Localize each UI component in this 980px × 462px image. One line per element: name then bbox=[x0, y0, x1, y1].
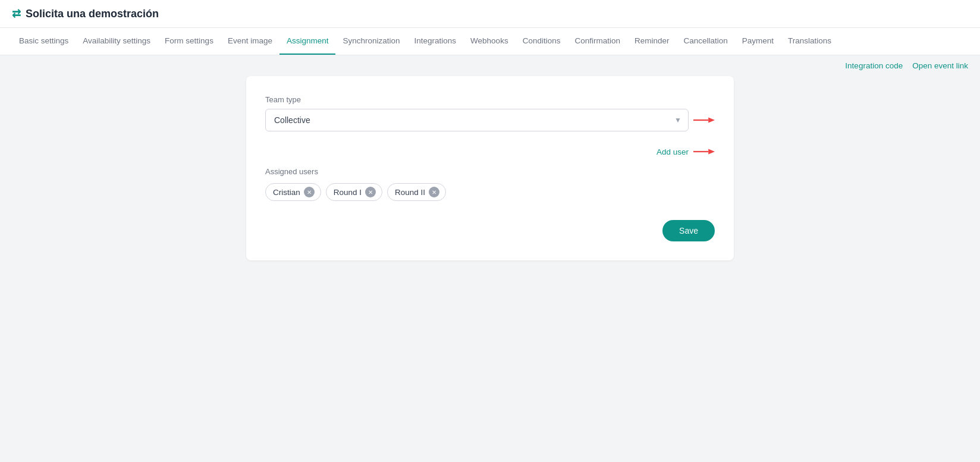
tab-cancellation[interactable]: Cancellation bbox=[677, 28, 735, 55]
chip-close-round-i[interactable]: ✕ bbox=[365, 187, 376, 197]
integration-code-link[interactable]: Integration code bbox=[845, 61, 903, 70]
save-button[interactable]: Save bbox=[662, 220, 715, 241]
tab-basic-settings[interactable]: Basic settings bbox=[12, 28, 76, 55]
page-title: ⇄ Solicita una demostración bbox=[12, 7, 159, 20]
svg-marker-1 bbox=[708, 118, 715, 123]
team-type-label: Team type bbox=[265, 95, 715, 104]
tab-synchronization[interactable]: Synchronization bbox=[335, 28, 407, 55]
title-text: Solicita una demostración bbox=[26, 8, 159, 20]
tab-conditions[interactable]: Conditions bbox=[516, 28, 568, 55]
add-user-link[interactable]: Add user bbox=[657, 147, 689, 156]
tab-reminder[interactable]: Reminder bbox=[627, 28, 677, 55]
user-chips: Cristian✕Round I✕Round II✕ bbox=[265, 183, 715, 201]
nav-tabs: Basic settingsAvailability settingsForm … bbox=[0, 28, 980, 55]
assigned-users-label: Assigned users bbox=[265, 167, 715, 176]
tab-confirmation[interactable]: Confirmation bbox=[567, 28, 627, 55]
tab-form-settings[interactable]: Form settings bbox=[158, 28, 221, 55]
arrow-annotation-1 bbox=[693, 114, 715, 126]
user-chip-round-i: Round I✕ bbox=[326, 183, 382, 201]
assignment-card: Team type Collective Round Robin Fixed ▼ bbox=[246, 76, 734, 260]
svg-marker-3 bbox=[708, 149, 715, 155]
swap-icon: ⇄ bbox=[12, 7, 21, 20]
arrow-annotation-2 bbox=[693, 146, 715, 158]
chip-close-cristian[interactable]: ✕ bbox=[304, 187, 315, 197]
chip-label-cristian: Cristian bbox=[273, 188, 300, 197]
tab-translations[interactable]: Translations bbox=[781, 28, 838, 55]
chip-close-round-ii[interactable]: ✕ bbox=[429, 187, 439, 197]
add-user-row: Add user bbox=[265, 146, 715, 158]
header: ⇄ Solicita una demostración bbox=[0, 0, 980, 28]
tab-payment[interactable]: Payment bbox=[735, 28, 781, 55]
user-chip-cristian: Cristian✕ bbox=[265, 183, 321, 201]
chip-label-round-ii: Round II bbox=[395, 188, 425, 197]
open-event-link[interactable]: Open event link bbox=[912, 61, 968, 70]
chip-label-round-i: Round I bbox=[334, 188, 362, 197]
tab-availability-settings[interactable]: Availability settings bbox=[76, 28, 158, 55]
action-bar: Integration code Open event link bbox=[0, 55, 980, 76]
save-row: Save bbox=[265, 220, 715, 241]
tab-webhooks[interactable]: Webhooks bbox=[463, 28, 516, 55]
team-type-select[interactable]: Collective Round Robin Fixed bbox=[265, 109, 689, 131]
tab-assignment[interactable]: Assignment bbox=[279, 28, 336, 55]
tab-event-image[interactable]: Event image bbox=[221, 28, 279, 55]
main-content: Team type Collective Round Robin Fixed ▼ bbox=[0, 76, 980, 284]
tab-integrations[interactable]: Integrations bbox=[407, 28, 464, 55]
user-chip-round-ii: Round II✕ bbox=[387, 183, 446, 201]
